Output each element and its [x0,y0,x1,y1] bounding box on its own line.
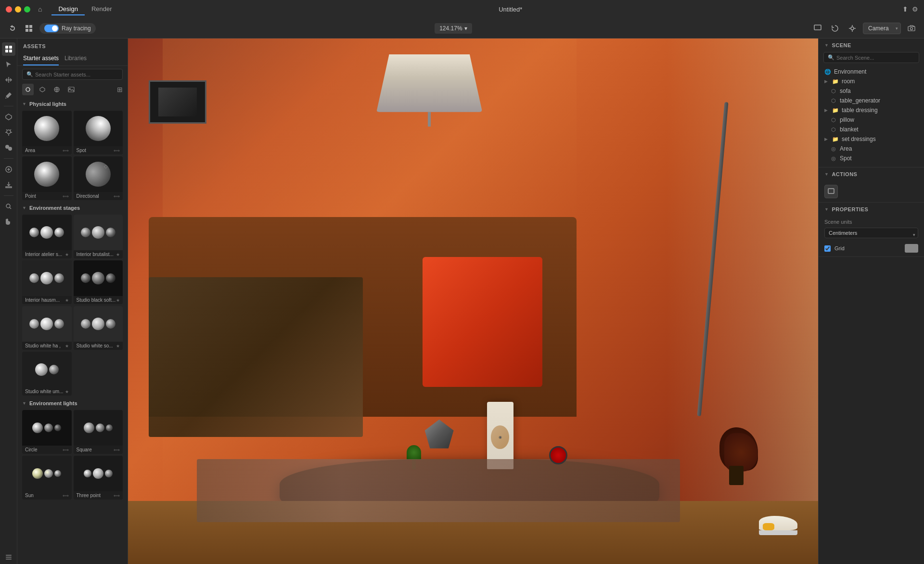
tree-item-room[interactable]: 📁 room [819,77,924,86]
studio-white-ha-star-icon[interactable]: ★ [65,344,69,348]
toolbar: Ray tracing 124.17% ▾ Camera ▾ [0,18,924,38]
tab-starter-assets[interactable]: Starter assets [23,52,59,65]
asset-item-interior-hausm[interactable]: Interior hausm... ★ [22,260,72,304]
sidebar-item-search[interactable] [2,200,15,213]
ray-tracing-toggle[interactable]: Ray tracing [39,23,96,34]
scene-search[interactable]: 🔍 [823,52,919,63]
asset-item-studio-white-um[interactable]: Studio white um... ★ [22,352,72,396]
action-button-add[interactable] [824,185,838,198]
sidebar-item-transform[interactable] [2,73,15,87]
tree-item-blanket[interactable]: ⬡ blanket [819,125,924,134]
tree-item-environment[interactable]: 🌐 Environment [819,67,924,77]
zoom-control[interactable]: 124.17% ▾ [435,23,472,34]
history-back-button[interactable] [6,22,19,35]
sidebar-item-materials[interactable] [2,141,15,154]
grid-checkbox[interactable] [824,245,831,252]
asset-item-point-light[interactable]: ○ Point ⟺ [22,156,72,200]
tab-render[interactable]: Render [85,3,119,15]
sidebar-item-assets[interactable] [2,42,15,56]
area-light-settings-icon[interactable]: ⟺ [63,148,69,153]
section-header-environment-stages[interactable]: Environment stages [17,202,128,213]
tree-item-table-generator[interactable]: ⬡ table_generator [819,96,924,105]
settings-icon[interactable]: ⚙ [912,5,918,13]
close-button[interactable] [6,6,12,13]
snap-button[interactable] [846,22,859,35]
asset-item-interior-brutalist[interactable]: Interior brutalist... ★ [74,215,123,258]
circle-light-settings-icon[interactable]: ⟺ [63,448,69,452]
tree-item-spot-light[interactable]: ◎ Spot [819,154,924,163]
asset-item-sun-light[interactable]: Sun ⟺ [22,456,72,500]
properties-section-header[interactable]: PROPERTIES [819,203,924,216]
filter-icon-image[interactable] [65,84,77,95]
grid-color-swatch[interactable] [905,244,918,253]
sidebar-item-more[interactable] [2,551,15,564]
square-light-settings-icon[interactable]: ⟺ [114,448,120,452]
tree-item-pillow[interactable]: ⬡ pillow [819,115,924,125]
room-chevron-icon [824,79,829,84]
asset-item-studio-black-soft[interactable]: Studio black soft... ★ [74,260,123,304]
maximize-button[interactable] [24,6,30,13]
tree-item-area-light[interactable]: ◎ Area [819,144,924,154]
sidebar-item-add[interactable] [2,163,15,176]
interior-hausm-star-icon[interactable]: ★ [65,298,69,303]
grid-view-button[interactable]: ⊞ [117,86,123,93]
tab-libraries[interactable]: Libraries [64,52,87,65]
titlebar: ⌂ Design Render Untitled* ⬆ ⚙ [0,0,924,18]
asset-item-directional-light[interactable]: ◇ Directional ⟺ [74,156,123,200]
section-header-physical-lights[interactable]: Physical lights [17,98,128,109]
directional-light-settings-icon[interactable]: ⟺ [114,194,120,199]
tree-item-sofa[interactable]: ⬡ sofa [819,86,924,96]
section-header-environment-lights[interactable]: Environment lights [17,397,128,408]
actions-section-header[interactable]: ACTIONS [819,167,924,181]
sidebar-item-paint[interactable] [2,89,15,102]
tree-item-set-dressings[interactable]: 📁 set dressings [819,134,924,144]
three-point-light-label: Three point ⟺ [74,491,123,500]
scene-section-header[interactable]: SCENE [819,38,924,52]
viewport[interactable]: ◉ [128,38,818,564]
home-icon[interactable]: ⌂ [38,5,42,13]
scene-lamp-shade [376,54,482,112]
properties-scene-units-row: Scene units [819,216,924,228]
sidebar-item-hand[interactable] [2,215,15,229]
filter-icon-material[interactable] [37,84,48,95]
sidebar-item-import[interactable] [2,178,15,192]
window-title: Untitled* [499,6,522,13]
filter-icon-hdri[interactable] [51,84,63,95]
sun-light-settings-icon[interactable]: ⟺ [63,493,69,498]
minimize-button[interactable] [15,6,21,13]
asset-item-studio-white-so[interactable]: Studio white so... ★ [74,306,123,350]
assets-scroll[interactable]: Physical lights ◎ Area ⟺ [17,98,128,564]
interior-brutalist-star-icon[interactable]: ★ [116,252,120,257]
asset-item-circle-light[interactable]: Circle ⟺ [22,410,72,454]
environment-icon: 🌐 [824,69,831,75]
scene-units-select[interactable]: Centimeters Meters Inches Feet [824,228,918,238]
studio-white-um-star-icon[interactable]: ★ [65,389,69,394]
reset-view-button[interactable] [828,22,842,35]
tree-item-table-dressing[interactable]: 📁 table dressing [819,105,924,115]
camera-select[interactable]: Camera [863,23,901,34]
studio-black-soft-star-icon[interactable]: ★ [116,298,120,303]
asset-item-interior-atelier[interactable]: Interior atelier s... ★ [22,215,72,258]
asset-item-studio-white-ha[interactable]: Studio white ha , ★ [22,306,72,350]
scene-search-input[interactable] [836,55,915,61]
filter-icon-object[interactable] [22,84,34,95]
interior-atelier-star-icon[interactable]: ★ [65,252,69,257]
asset-item-three-point-light[interactable]: Three point ⟺ [74,456,123,500]
three-point-light-settings-icon[interactable]: ⟺ [114,493,120,498]
spot-light-settings-icon[interactable]: ⟺ [114,148,120,153]
search-input[interactable] [35,72,118,77]
tab-design[interactable]: Design [51,3,84,15]
grid-toggle-button[interactable] [22,22,36,35]
sidebar-item-objects[interactable] [2,110,15,124]
share-icon[interactable]: ⬆ [902,5,908,13]
asset-item-area-light[interactable]: ◎ Area ⟺ [22,111,72,154]
starter-assets-search[interactable]: 🔍 [22,69,123,80]
studio-white-so-star-icon[interactable]: ★ [116,344,120,348]
add-camera-button[interactable] [905,22,918,35]
sidebar-item-lighting[interactable] [2,126,15,139]
asset-item-square-light[interactable]: Square ⟺ [74,410,123,454]
point-light-settings-icon[interactable]: ⟺ [63,194,69,199]
viewport-settings-button[interactable] [811,22,824,35]
asset-item-spot-light[interactable]: ◈ Spot ⟺ [74,111,123,154]
sidebar-item-select[interactable] [2,58,15,71]
